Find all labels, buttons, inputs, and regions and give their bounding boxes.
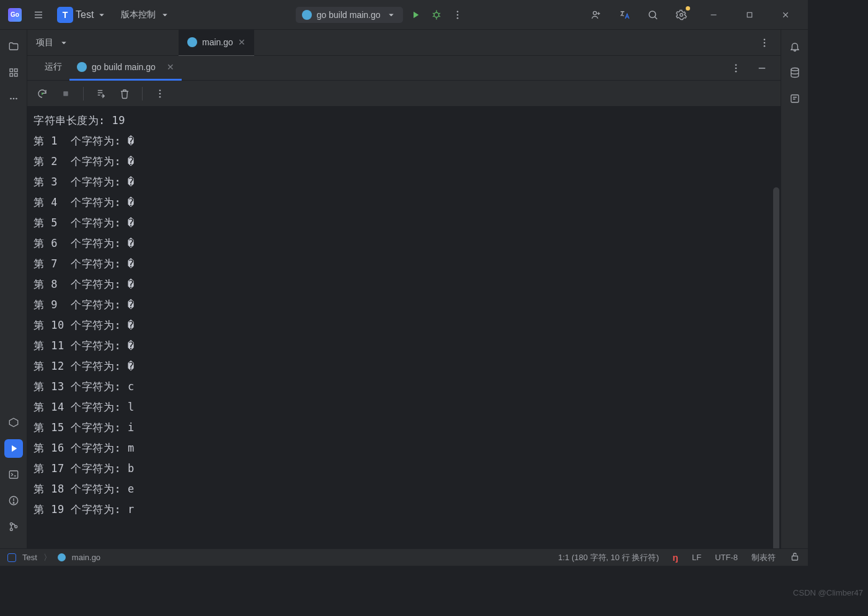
debug-button[interactable] — [428, 6, 445, 24]
titlebar: Go T Test 版本控制 go build main.go — [0, 0, 808, 30]
project-badge: T — [57, 7, 73, 23]
svg-point-18 — [680, 13, 683, 16]
console-line: 第 14 个字符为: l — [33, 397, 776, 417]
vcs-dropdown[interactable]: 版本控制 — [117, 7, 174, 23]
breadcrumb-file[interactable]: main.go — [72, 553, 100, 562]
svg-line-17 — [655, 17, 657, 19]
translate-button[interactable] — [616, 6, 633, 24]
svg-marker-30 — [9, 418, 18, 427]
chevron-down-icon — [159, 9, 170, 20]
terminal-tool-button[interactable] — [4, 465, 23, 484]
minimize-button[interactable] — [701, 6, 726, 24]
notifications-button[interactable] — [786, 37, 804, 56]
toolbar-more-button[interactable] — [151, 85, 169, 102]
svg-point-10 — [456, 11, 458, 12]
close-tab-button[interactable]: ✕ — [238, 37, 246, 47]
clear-all-button[interactable] — [116, 85, 133, 102]
svg-rect-23 — [10, 69, 13, 72]
structure-tool-button[interactable] — [4, 63, 23, 82]
svg-point-16 — [649, 11, 656, 18]
git-tool-button[interactable] — [4, 517, 23, 536]
project-switcher[interactable]: T Test — [53, 4, 111, 25]
run-button[interactable] — [407, 6, 424, 24]
svg-point-34 — [13, 502, 14, 504]
svg-rect-25 — [10, 74, 13, 77]
services-tool-button[interactable] — [4, 413, 23, 432]
svg-rect-45 — [63, 91, 68, 96]
lock-indicator[interactable] — [789, 551, 800, 564]
console-line: 第 8 个字符为: � — [33, 274, 776, 295]
close-window-button[interactable] — [773, 6, 798, 24]
editor-tab-bar: 项目 main.go ✕ — [27, 30, 781, 56]
caret-position[interactable]: 1:1 (180 字符, 10 行 换行符) — [558, 552, 659, 563]
svg-point-40 — [764, 45, 766, 47]
console-line: 第 7 个字符为: � — [33, 254, 776, 274]
console-line: 第 2 个字符为: � — [33, 151, 776, 172]
inspection-indicator[interactable]: ŋ — [673, 552, 678, 563]
svg-point-11 — [456, 14, 458, 16]
close-run-tab-button[interactable]: ✕ — [167, 62, 174, 72]
console-output[interactable]: 字符串长度为: 19 第 1 个字符为: �第 2 个字符为: �第 3 个字符… — [27, 107, 781, 548]
ai-assistant-button[interactable] — [786, 89, 804, 108]
hide-panel-button[interactable] — [753, 60, 771, 77]
run-tab-label: 运行 — [45, 61, 62, 73]
run-options-button[interactable] — [727, 60, 745, 77]
run-toolbar — [27, 81, 781, 107]
run-tab-run[interactable]: 运行 — [37, 56, 69, 81]
svg-rect-53 — [791, 95, 799, 102]
maximize-button[interactable] — [737, 6, 762, 24]
editor-tab-main-go[interactable]: main.go ✕ — [179, 30, 254, 56]
search-button[interactable] — [644, 6, 662, 24]
svg-point-3 — [434, 12, 439, 17]
scroll-to-end-button[interactable] — [92, 85, 110, 102]
console-line: 第 1 个字符为: � — [33, 131, 776, 151]
chevron-down-icon — [58, 37, 69, 48]
project-view-dropdown[interactable]: 项目 — [36, 37, 79, 48]
svg-point-13 — [593, 11, 596, 14]
database-tool-button[interactable] — [786, 63, 804, 82]
settings-button[interactable] — [673, 6, 690, 24]
svg-point-50 — [159, 92, 161, 94]
more-tool-button[interactable] — [4, 89, 23, 108]
console-scrollbar[interactable] — [773, 187, 779, 548]
console-line: 第 12 个字符为: � — [33, 356, 776, 377]
svg-point-27 — [10, 98, 12, 100]
svg-point-41 — [735, 64, 737, 66]
file-encoding[interactable]: UTF-8 — [715, 553, 738, 562]
run-config-label: go build main.go — [317, 10, 381, 20]
code-with-me-button[interactable] — [587, 6, 604, 24]
svg-rect-31 — [9, 471, 18, 478]
editor-tab-label: main.go — [202, 37, 233, 47]
console-line: 第 10 个字符为: � — [33, 315, 776, 336]
svg-point-29 — [16, 98, 17, 100]
more-actions-button[interactable] — [449, 6, 466, 24]
project-tool-button[interactable] — [4, 37, 23, 56]
console-line: 第 18 个字符为: e — [33, 479, 776, 499]
console-line: 第 11 个字符为: � — [33, 336, 776, 356]
indent-setting[interactable]: 制表符 — [751, 552, 776, 563]
run-tab-config[interactable]: go build main.go ✕ — [69, 56, 182, 81]
svg-rect-20 — [747, 12, 752, 17]
right-tool-rail — [781, 30, 808, 548]
svg-point-43 — [735, 70, 737, 72]
tab-options-button[interactable] — [756, 34, 773, 51]
console-line: 第 5 个字符为: � — [33, 213, 776, 233]
run-config-selector[interactable]: go build main.go — [296, 7, 403, 23]
svg-rect-54 — [792, 556, 798, 560]
main-menu-button[interactable] — [30, 6, 47, 24]
svg-point-51 — [159, 96, 161, 97]
left-tool-rail — [0, 30, 27, 548]
vcs-label: 版本控制 — [121, 9, 156, 20]
stop-button[interactable] — [57, 85, 74, 102]
breadcrumb-root[interactable]: Test — [22, 553, 37, 562]
rerun-button[interactable] — [33, 85, 51, 102]
svg-point-42 — [735, 67, 737, 69]
run-tool-button[interactable] — [4, 439, 23, 458]
problems-tool-button[interactable] — [4, 491, 23, 510]
line-separator[interactable]: LF — [692, 553, 701, 562]
console-line: 第 9 个字符为: � — [33, 295, 776, 315]
console-line: 第 4 个字符为: � — [33, 192, 776, 213]
svg-line-7 — [433, 16, 434, 17]
console-line-length: 字符串长度为: 19 — [33, 110, 776, 131]
chevron-down-icon — [386, 9, 397, 20]
